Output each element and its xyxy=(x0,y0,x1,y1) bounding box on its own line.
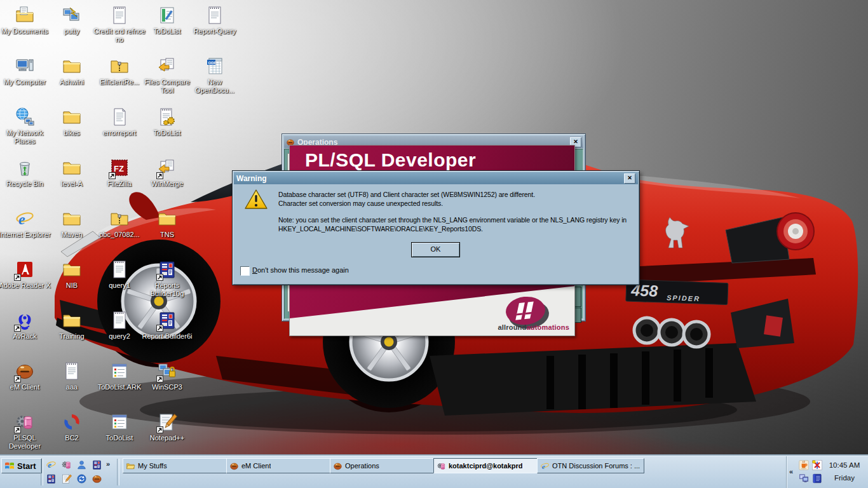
desktop-icon-label: Files Compare Tool xyxy=(140,78,194,95)
dont-show-again-label[interactable]: Don't show this message again xyxy=(252,266,349,274)
taskbar-button-operations[interactable]: Operations xyxy=(330,458,437,473)
tray-address-book-icon[interactable] xyxy=(811,473,823,484)
desktop-icon-nib[interactable]: NIB xyxy=(48,259,95,290)
desktop-icon-label: NIB xyxy=(44,281,99,290)
desktop-icon-query1[interactable]: query1 xyxy=(96,259,143,290)
desktop-icon-bikes[interactable]: bikes xyxy=(48,107,95,137)
notepad-icon xyxy=(109,310,130,330)
taskbar-button-otn-discussion-forums[interactable]: OTN Discussion Forums : ... xyxy=(537,458,644,473)
desktop-icon-filezilla[interactable]: FileZilla xyxy=(96,158,143,188)
toolbar-handle[interactable] xyxy=(117,459,119,485)
desktop-icon-recycle-bin[interactable]: Recycle Bin xyxy=(1,158,48,188)
shortcut-arrow-icon xyxy=(156,325,163,332)
desktop-icon-notepad[interactable]: Notepad++ xyxy=(144,412,191,442)
desktop-icon-my-documents[interactable]: My Documents xyxy=(1,5,48,36)
tray-network-monitors-icon[interactable] xyxy=(798,473,810,484)
taskbar-button-label: Operations xyxy=(345,462,379,470)
desktop-icon-errorreport[interactable]: errorreport xyxy=(96,107,143,137)
taskbar-button-em-client[interactable]: eM Client xyxy=(226,458,334,473)
desktop-icon-todolist[interactable]: ToDoList xyxy=(144,107,191,137)
message-line: Database character set (UTF8) and Client… xyxy=(278,191,637,200)
desktop-icon-bc2[interactable]: BC2 xyxy=(48,412,95,442)
notepad-icon xyxy=(109,5,130,25)
desktop-icon-my-computer[interactable]: My Computer xyxy=(1,56,48,86)
desktop-icon-my-network-places[interactable]: My Network Places xyxy=(1,107,48,146)
desktop-icon-efficientre[interactable]: EfficientRe... xyxy=(96,56,143,86)
desktop-icon-label: Maven xyxy=(44,231,99,239)
start-button[interactable]: Start xyxy=(1,458,42,473)
shortcut-arrow-icon xyxy=(156,376,163,383)
plsql-icon xyxy=(437,461,446,471)
desktop-icon-new-opendocu[interactable]: New OpenDocu... xyxy=(191,56,238,95)
desktop-icon-label: bikes xyxy=(44,129,99,137)
warning-title: Warning xyxy=(236,174,624,183)
desktop-icon-label: errorreport xyxy=(92,129,147,137)
taskbar-button-kotaktciprd-kotakprd[interactable]: kotaktciprd@kotakprd xyxy=(433,458,541,473)
overflow-chevron[interactable]: » xyxy=(106,460,110,468)
desktop-icon-winmerge[interactable]: WinMerge xyxy=(144,158,191,188)
desktop-icon-level-a[interactable]: level-A xyxy=(48,158,95,188)
quick-launch-messenger-icon[interactable] xyxy=(76,459,87,470)
desktop-icon-pbc-07082[interactable]: pbc_07082... xyxy=(96,208,143,239)
quick-launch-reports-builder-icon[interactable] xyxy=(92,459,102,470)
desktop-icon-report-builder6i[interactable]: Report Builder6i xyxy=(144,310,191,341)
quick-launch-internet-explorer-icon[interactable] xyxy=(46,459,57,470)
desktop-icon-avrack[interactable]: AvRack xyxy=(1,310,48,341)
warning-titlebar[interactable]: Warning ✕ xyxy=(234,172,638,184)
desktop-icon-label: TNS xyxy=(140,231,194,239)
desktop-icon-report-query[interactable]: Report-Query xyxy=(191,5,238,36)
brand-text: allroundautomations xyxy=(498,323,569,331)
desktop-icon-winscp3[interactable]: WinSCP3 xyxy=(144,361,191,391)
clock-day: Friday xyxy=(824,471,865,484)
taskbar-button-my-stuffs[interactable]: My Stuffs xyxy=(123,458,230,473)
dont-show-again-checkbox[interactable] xyxy=(240,266,250,276)
desktop-icon-ashwini[interactable]: Ashwini xyxy=(48,56,95,86)
shortcut-arrow-icon xyxy=(14,426,21,433)
todolist-icon xyxy=(157,5,177,25)
ie-icon xyxy=(540,461,550,471)
quick-launch-em-client-icon[interactable] xyxy=(92,473,102,484)
desktop-icon-tns[interactable]: TNS xyxy=(144,208,191,239)
desktop-icon-training[interactable]: Training xyxy=(48,310,95,341)
desktop-icon-query2[interactable]: query2 xyxy=(96,310,143,341)
car-badge: 458 SPIDER xyxy=(626,280,728,305)
desktop-icon-putty[interactable]: putty xyxy=(48,5,95,36)
quick-launch-notepad-editor-icon[interactable] xyxy=(61,473,72,484)
desktop-icon-maven[interactable]: Maven xyxy=(48,208,95,239)
desktop-icon-label: ToDoList xyxy=(140,27,194,36)
folder-icon xyxy=(62,259,82,280)
shortcut-arrow-icon xyxy=(14,325,21,332)
desktop-icon-todolist[interactable]: ToDoList xyxy=(144,5,191,36)
desktop-icon-label: Notepad++ xyxy=(140,434,194,442)
system-tray: « 10:45 AM Friday xyxy=(786,456,868,488)
warning-dialog: Warning ✕ Database character set (UTF8) … xyxy=(232,170,640,285)
shortcut-arrow-icon xyxy=(14,274,21,281)
desktop-icon-todolist[interactable]: ToDoList xyxy=(96,412,143,442)
desktop-icon-credit-crd-refnce-no[interactable]: Credit crd refnce no xyxy=(96,5,143,44)
tray-alert-app-icon[interactable] xyxy=(811,459,823,471)
quick-launch-plsql-developer-icon[interactable] xyxy=(61,459,72,470)
desktop-icon-label: New OpenDocu... xyxy=(187,78,242,95)
desktop-icon-label: Report Builder6i xyxy=(140,332,194,341)
toolbar-handle[interactable] xyxy=(41,459,43,485)
close-icon[interactable]: ✕ xyxy=(624,173,635,184)
todowin-icon xyxy=(109,412,130,432)
tray-java-icon[interactable] xyxy=(798,459,810,471)
taskbar-button-label: My Stuffs xyxy=(138,462,167,470)
quick-launch-windows-update-icon[interactable] xyxy=(76,473,87,484)
desktop-icon-internet-explorer[interactable]: Internet Explorer xyxy=(1,208,48,239)
tray-collapse-chevron[interactable]: « xyxy=(789,468,793,475)
desktop-icon-label: Ashwini xyxy=(44,78,99,86)
shortcut-arrow-icon xyxy=(156,274,163,281)
desktop-icon-reports-builder10g[interactable]: Reports Builder10g xyxy=(144,259,191,298)
desktop-icon-plsql-developer[interactable]: PLSQL Developer xyxy=(1,412,48,451)
desktop-icon-em-client[interactable]: eM Client xyxy=(1,361,48,391)
shortcut-arrow-icon xyxy=(156,426,163,433)
desktop-icon-label: ToDoList xyxy=(140,129,194,137)
desktop-icon-aaa[interactable]: aaa xyxy=(48,361,95,391)
desktop-icon-files-compare-tool[interactable]: Files Compare Tool xyxy=(144,56,191,95)
quick-launch-reports-builder-2-icon[interactable] xyxy=(46,473,57,484)
desktop-icon-todolist-ark[interactable]: ToDoList.ARK xyxy=(96,361,143,391)
desktop-icon-adobe-reader-x[interactable]: Adobe Reader X xyxy=(1,259,48,290)
ok-button[interactable]: OK xyxy=(411,242,460,257)
